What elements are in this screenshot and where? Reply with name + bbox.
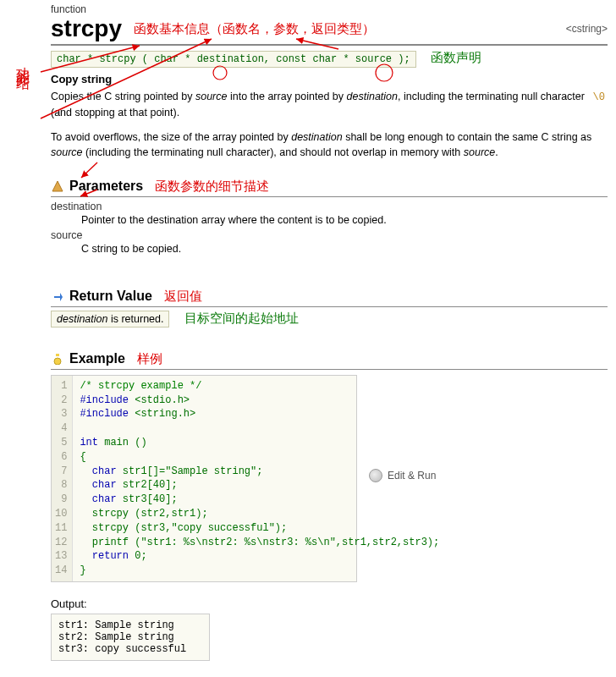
svg-rect-2 (56, 354, 59, 356)
code-block: 1 2 3 4 5 6 7 8 9 10 11 12 13 14 /* strc… (51, 375, 357, 582)
annotation-example: 样例 (137, 351, 162, 367)
param-source-desc: C string to be copied. (81, 243, 608, 255)
parameters-icon (51, 179, 64, 193)
param-destination-desc: Pointer to the destination array where t… (81, 214, 608, 226)
example-heading: Example (69, 351, 125, 366)
annotation-signature: 函数声明 (431, 50, 481, 64)
function-name: strcpy (51, 15, 122, 42)
output-label: Output: (51, 597, 608, 610)
line-numbers: 1 2 3 4 5 6 7 8 9 10 11 12 13 14 (52, 376, 73, 581)
null-char: \0 (592, 91, 604, 103)
return-icon (51, 289, 64, 303)
description-p2: To avoid overflows, the size of the arra… (51, 129, 608, 160)
annotation-return: 返回值 (164, 289, 202, 305)
annotation-intro-vertical: 功能介绍 (14, 56, 31, 69)
output-box: str1: Sample string str2: Sample string … (51, 614, 210, 661)
annotation-return-detail: 目标空间的起始地址 (184, 311, 299, 325)
return-heading: Return Value (69, 289, 152, 304)
annotation-params: 函数参数的细节描述 (155, 179, 269, 195)
parameters-heading: Parameters (69, 179, 143, 194)
gear-icon (369, 469, 382, 482)
edit-run-button[interactable]: Edit & Run (369, 469, 436, 482)
svg-point-1 (54, 358, 61, 365)
signature-box: char * strcpy ( char * destination, cons… (51, 51, 416, 68)
return-value-box: destination is returned. (51, 311, 169, 327)
param-source-name: source (51, 229, 608, 241)
example-icon (51, 352, 64, 366)
kicker: function (51, 3, 608, 15)
include-header: <cstring> (566, 23, 608, 35)
annotation-header-info: 函数基本信息（函数名，参数，返回类型） (134, 21, 375, 37)
description-p1: Copies the C string pointed by source in… (51, 89, 608, 121)
svg-marker-0 (52, 181, 63, 191)
param-destination-name: destination (51, 201, 608, 212)
copy-string-title: Copy string (51, 73, 608, 85)
